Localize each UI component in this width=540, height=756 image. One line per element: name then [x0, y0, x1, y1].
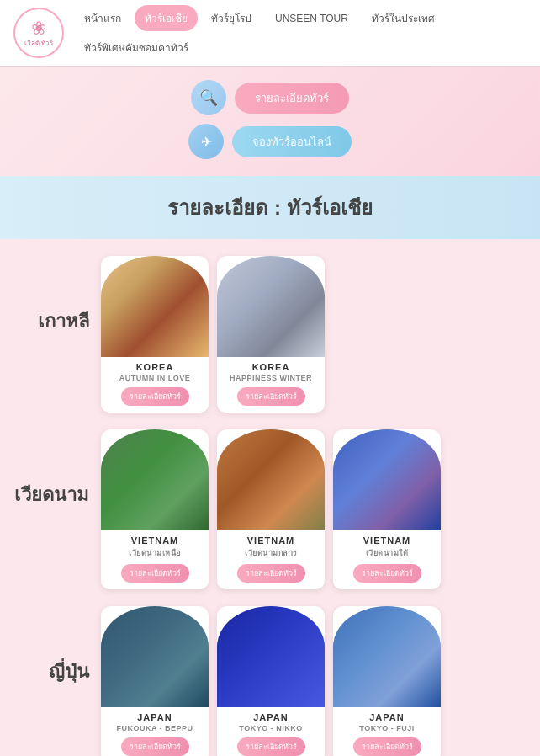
main-nav: หน้าแรกทัวร์เอเชียทัวร์ยุโรปUNSEEN TOURท…: [74, 5, 527, 61]
card-subtitle-0-0: AUTUMN IN LOVE: [116, 374, 194, 382]
section-1: เวียดนามVIETNAMเวียดนามเหนือรายละเอียดทั…: [8, 429, 532, 589]
book-online-button[interactable]: จองทัวร์ออนไลน์: [232, 126, 352, 157]
search-row: 🔍 รายละเอียดทัวร์: [191, 80, 349, 115]
nav-item-4[interactable]: ทัวร์ในประเทศ: [362, 5, 445, 31]
logo: ❀ เวิลด์ ทัวร์: [13, 8, 64, 58]
search-area: 🔍 รายละเอียดทัวร์ ✈ จองทัวร์ออนไลน์: [0, 67, 540, 176]
nav-item-2[interactable]: ทัวร์ยุโรป: [201, 5, 262, 31]
card-image-1-0: [101, 429, 209, 530]
nav-item-3[interactable]: UNSEEN TOUR: [265, 8, 358, 29]
section-label-1: เวียดนาม: [8, 429, 101, 509]
card-country-0-0: KOREA: [136, 362, 174, 372]
card-image-1-1: [217, 429, 325, 530]
card-country-1-2: VIETNAM: [363, 535, 411, 546]
nav-item-0[interactable]: หน้าแรก: [74, 5, 131, 31]
nav-item-1[interactable]: ทัวร์เอเชีย: [135, 5, 198, 31]
card-country-2-1: JAPAN: [253, 712, 288, 722]
card-detail-button-0-0[interactable]: รายละเอียดทัวร์: [121, 387, 189, 406]
cards-row-1: VIETNAMเวียดนามเหนือรายละเอียดทัวร์VIETN…: [101, 429, 441, 589]
card-detail-button-2-2[interactable]: รายละเอียดทัวร์: [353, 737, 421, 756]
page-title: รายละเอียด : ทัวร์เอเชีย: [15, 191, 525, 224]
card-2-0: JAPANFUKOUKA - BEPPUรายละเอียดทัวร์: [101, 606, 209, 756]
section-label-0: เกาหลี: [8, 256, 101, 336]
cards-row-0: KOREAAUTUMN IN LOVEรายละเอียดทัวร์KOREAH…: [101, 256, 325, 413]
card-subtitle-2-2: TOKYO - FUJI: [356, 724, 417, 732]
header: ❀ เวิลด์ ทัวร์ หน้าแรกทัวร์เอเชียทัวร์ยุ…: [0, 0, 540, 67]
plane-icon-button[interactable]: ✈: [188, 124, 224, 159]
card-0-1: KOREAHAPPINESS WINTERรายละเอียดทัวร์: [217, 256, 325, 413]
card-subtitle-0-1: HAPPINESS WINTER: [226, 374, 315, 382]
card-subtitle-1-0: เวียดนามเหนือ: [125, 547, 184, 559]
card-detail-button-0-1[interactable]: รายละเอียดทัวร์: [237, 387, 305, 406]
card-detail-button-2-0[interactable]: รายละเอียดทัวร์: [121, 737, 189, 756]
card-country-2-2: JAPAN: [369, 712, 404, 722]
card-image-1-2: [333, 429, 441, 530]
card-1-0: VIETNAMเวียดนามเหนือรายละเอียดทัวร์: [101, 429, 209, 589]
logo-text: เวิลด์ ทัวร์: [24, 40, 53, 48]
card-2-2: JAPANTOKYO - FUJIรายละเอียดทัวร์: [333, 606, 441, 756]
content: เกาหลีKOREAAUTUMN IN LOVEรายละเอียดทัวร์…: [0, 239, 540, 756]
card-country-2-0: JAPAN: [137, 712, 172, 722]
cards-row-2: JAPANFUKOUKA - BEPPUรายละเอียดทัวร์JAPAN…: [101, 606, 441, 756]
search-icon-button[interactable]: 🔍: [191, 80, 226, 115]
card-detail-button-1-1[interactable]: รายละเอียดทัวร์: [237, 564, 305, 583]
card-1-1: VIETNAMเวียดนามกลางรายละเอียดทัวร์: [217, 429, 325, 589]
detail-tour-button[interactable]: รายละเอียดทัวร์: [235, 83, 349, 114]
card-subtitle-2-1: TOKYO - NIKKO: [236, 724, 305, 732]
card-image-2-2: [333, 606, 441, 707]
card-detail-button-1-2[interactable]: รายละเอียดทัวร์: [353, 564, 421, 583]
card-country-1-0: VIETNAM: [131, 535, 179, 546]
card-1-2: VIETNAMเวียดนามใต้รายละเอียดทัวร์: [333, 429, 441, 589]
book-row: ✈ จองทัวร์ออนไลน์: [188, 124, 352, 159]
card-image-2-1: [217, 606, 325, 707]
card-subtitle-1-1: เวียดนามกลาง: [241, 547, 300, 559]
card-subtitle-2-0: FUKOUKA - BEPPU: [113, 724, 196, 732]
card-subtitle-1-2: เวียดนามใต้: [363, 547, 412, 559]
card-2-1: JAPANTOKYO - NIKKOรายละเอียดทัวร์: [217, 606, 325, 756]
page-title-bar: รายละเอียด : ทัวร์เอเชีย: [0, 176, 540, 239]
card-image-0-0: [101, 256, 209, 357]
section-label-2: ญี่ปุ่น: [8, 606, 101, 686]
card-0-0: KOREAAUTUMN IN LOVEรายละเอียดทัวร์: [101, 256, 209, 413]
nav-item-5[interactable]: ทัวร์พิเศษคัมซอมคาทัวร์: [74, 35, 199, 61]
section-0: เกาหลีKOREAAUTUMN IN LOVEรายละเอียดทัวร์…: [8, 256, 532, 413]
card-country-1-1: VIETNAM: [247, 535, 295, 546]
section-2: ญี่ปุ่นJAPANFUKOUKA - BEPPUรายละเอียดทัว…: [8, 606, 532, 756]
card-country-0-1: KOREA: [252, 362, 290, 372]
card-image-2-0: [101, 606, 209, 707]
card-detail-button-1-0[interactable]: รายละเอียดทัวร์: [121, 564, 189, 583]
card-detail-button-2-1[interactable]: รายละเอียดทัวร์: [237, 737, 305, 756]
card-image-0-1: [217, 256, 325, 357]
